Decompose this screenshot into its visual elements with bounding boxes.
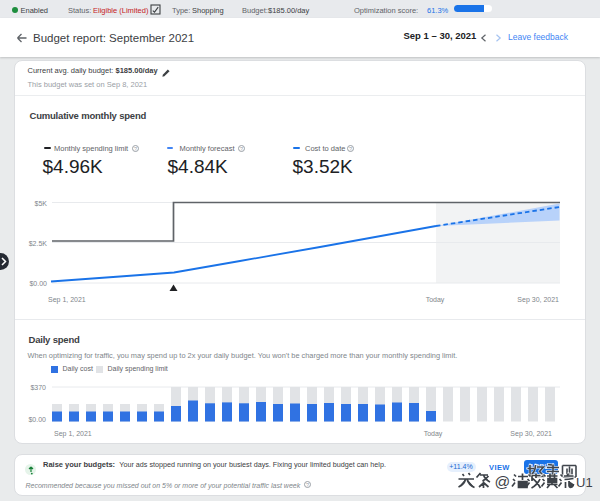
svg-text:$5K: $5K <box>35 200 48 207</box>
svg-text:Sep 1, 2021: Sep 1, 2021 <box>54 430 92 438</box>
svg-text:$0.00: $0.00 <box>29 280 47 287</box>
svg-text:Sep 1, 2021: Sep 1, 2021 <box>48 296 86 304</box>
svg-text:Today: Today <box>424 430 443 438</box>
svg-text:Sep 30, 2021: Sep 30, 2021 <box>510 430 552 438</box>
svg-text:$370: $370 <box>30 384 46 391</box>
svg-text:Today: Today <box>426 296 445 304</box>
svg-text:Sep 30, 2021: Sep 30, 2021 <box>517 296 559 304</box>
svg-text:$2.5K: $2.5K <box>29 240 48 247</box>
svg-text:$0.00: $0.00 <box>28 416 46 423</box>
